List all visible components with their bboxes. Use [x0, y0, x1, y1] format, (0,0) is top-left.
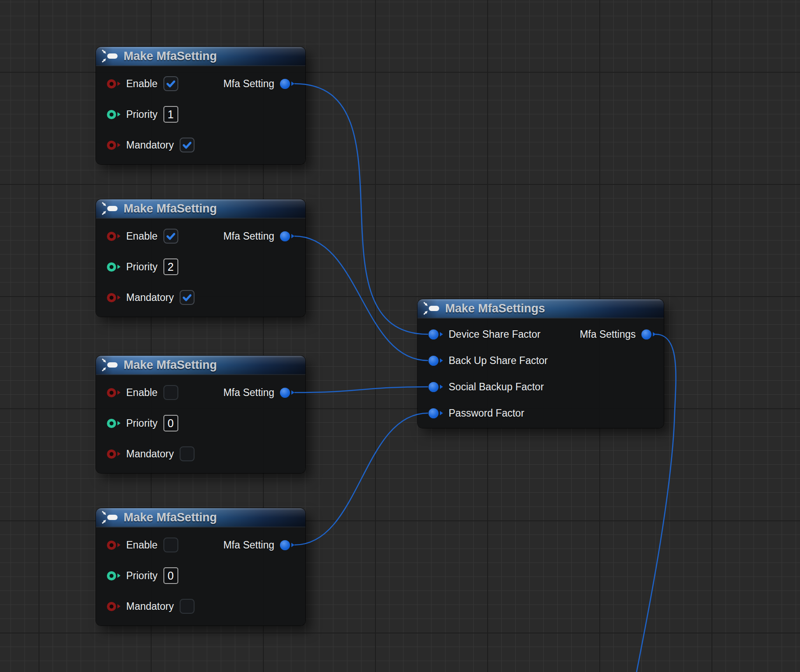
node-make-mfasetting-1[interactable]: Make MfaSetting Enable Priority 1 Mandat…	[96, 47, 305, 164]
pin-label: Priority	[126, 109, 158, 120]
pin-label: Back Up Share Factor	[449, 355, 548, 367]
pin-label: Enable	[126, 78, 158, 90]
pin-row-output: Mfa Setting	[223, 383, 294, 402]
bool-pin[interactable]	[107, 449, 120, 459]
node-header[interactable]: Make MfaSetting	[96, 199, 305, 219]
bool-pin[interactable]	[107, 232, 120, 241]
wire-setting2-to-backup-share[interactable]	[294, 236, 428, 361]
struct-input-pin[interactable]	[428, 356, 443, 366]
pin-row-mandatory: Mandatory	[107, 444, 195, 463]
bool-pin[interactable]	[107, 293, 120, 302]
pin-row-mandatory: Mandatory	[107, 288, 195, 307]
enable-checkbox[interactable]	[163, 538, 178, 552]
bool-pin[interactable]	[107, 388, 120, 397]
struct-input-pin[interactable]	[428, 329, 443, 340]
priority-value-input[interactable]: 1	[163, 106, 178, 123]
make-struct-icon	[102, 358, 119, 371]
node-header[interactable]: Make MfaSetting	[96, 508, 305, 527]
pin-label: Mfa Setting	[223, 78, 274, 90]
bool-pin[interactable]	[107, 541, 120, 550]
int-pin[interactable]	[107, 110, 120, 119]
struct-output-pin[interactable]	[280, 540, 294, 550]
pin-row-priority: Priority 1	[107, 105, 178, 124]
pin-row-enable: Enable	[107, 226, 178, 246]
node-title: Make MfaSetting	[124, 50, 217, 63]
make-struct-icon	[102, 50, 119, 63]
pin-label: Mfa Settings	[580, 329, 636, 340]
node-header[interactable]: Make MfaSetting	[96, 47, 305, 66]
wire-setting1-to-device-share[interactable]	[294, 84, 428, 334]
pin-row-output: Mfa Setting	[223, 226, 294, 246]
pin-row-priority: Priority 2	[107, 257, 178, 276]
int-pin[interactable]	[107, 419, 120, 428]
pin-row-output: Mfa Setting	[223, 535, 294, 555]
pin-label: Enable	[126, 539, 158, 551]
node-title: Make MfaSetting	[124, 202, 217, 216]
pin-row-enable: Enable	[107, 383, 178, 402]
pin-label: Priority	[126, 417, 158, 429]
pin-label: Mandatory	[126, 292, 174, 304]
pin-label: Mandatory	[126, 139, 174, 151]
bool-pin[interactable]	[107, 602, 120, 611]
make-struct-icon	[423, 302, 441, 315]
pin-label: Mfa Setting	[223, 230, 274, 242]
pin-label: Enable	[126, 230, 158, 242]
node-title: Make MfaSetting	[124, 511, 217, 524]
bool-pin[interactable]	[107, 141, 120, 150]
make-struct-icon	[102, 511, 119, 524]
priority-value-input[interactable]: 2	[163, 258, 178, 275]
struct-input-pin[interactable]	[428, 408, 443, 418]
bool-pin[interactable]	[107, 79, 120, 88]
node-make-mfasetting-4[interactable]: Make MfaSetting Enable Priority 0 Mandat…	[96, 508, 305, 626]
pin-row-priority: Priority 0	[107, 566, 178, 585]
pin-row-priority: Priority 0	[107, 414, 178, 433]
pin-row-output: Mfa Settings	[580, 325, 656, 344]
node-title: Make MfaSetting	[124, 358, 217, 372]
pin-label: Mandatory	[126, 448, 174, 460]
node-header[interactable]: Make MfaSetting	[96, 356, 305, 375]
node-make-mfasetting-2[interactable]: Make MfaSetting Enable Priority 2 Mandat…	[96, 199, 305, 317]
mandatory-checkbox[interactable]	[180, 599, 195, 614]
make-struct-icon	[102, 202, 119, 215]
pin-row-enable: Enable	[107, 535, 178, 555]
pin-row-mandatory: Mandatory	[107, 597, 195, 616]
int-pin[interactable]	[107, 262, 120, 272]
pin-row-mandatory: Mandatory	[107, 135, 195, 155]
node-make-mfasetting-3[interactable]: Make MfaSetting Enable Priority 0 Mandat…	[96, 356, 305, 473]
enable-checkbox[interactable]	[163, 385, 178, 400]
pin-label: Social Backup Factor	[449, 381, 544, 393]
struct-output-pin[interactable]	[641, 329, 656, 340]
pin-row-social-backup-factor: Social Backup Factor	[428, 377, 544, 396]
pin-row-device-share-factor: Device Share Factor	[428, 325, 541, 344]
mandatory-checkbox[interactable]	[180, 138, 195, 152]
pin-row-enable: Enable	[107, 74, 178, 93]
pin-label: Mandatory	[126, 601, 174, 612]
node-make-mfasettings[interactable]: Make MfaSettings Device Share Factor Bac…	[418, 299, 664, 428]
pin-row-backup-share-factor: Back Up Share Factor	[428, 351, 548, 370]
struct-output-pin[interactable]	[280, 231, 294, 241]
pin-row-output: Mfa Setting	[223, 74, 294, 93]
enable-checkbox[interactable]	[163, 76, 178, 91]
int-pin[interactable]	[107, 571, 120, 580]
pin-label: Priority	[126, 261, 158, 273]
mandatory-checkbox[interactable]	[180, 290, 195, 305]
pin-row-password-factor: Password Factor	[428, 403, 524, 423]
struct-output-pin[interactable]	[280, 388, 294, 398]
pin-label: Mfa Setting	[223, 539, 274, 551]
pin-label: Mfa Setting	[223, 387, 274, 399]
wire-setting3-to-social-backup[interactable]	[294, 387, 428, 393]
priority-value-input[interactable]: 0	[163, 567, 178, 584]
pin-label: Priority	[126, 570, 158, 582]
enable-checkbox[interactable]	[163, 229, 178, 244]
node-title: Make MfaSettings	[445, 302, 545, 315]
struct-input-pin[interactable]	[428, 382, 443, 392]
priority-value-input[interactable]: 0	[163, 415, 178, 431]
pin-label: Password Factor	[449, 407, 524, 419]
pin-label: Device Share Factor	[449, 329, 541, 340]
struct-output-pin[interactable]	[280, 79, 294, 89]
wire-setting4-to-password[interactable]	[294, 413, 428, 545]
blueprint-graph-canvas[interactable]: Make MfaSetting Enable Priority 1 Mandat…	[0, 0, 800, 672]
pin-label: Enable	[126, 387, 158, 399]
mandatory-checkbox[interactable]	[180, 446, 195, 461]
node-header[interactable]: Make MfaSettings	[418, 299, 664, 318]
